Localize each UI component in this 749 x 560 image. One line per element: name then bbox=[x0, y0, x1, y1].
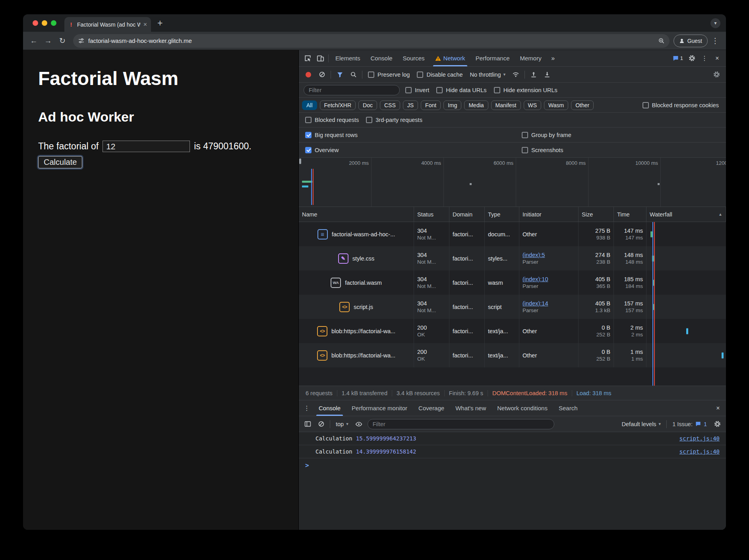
drawer-tab[interactable]: Coverage bbox=[413, 400, 450, 416]
context-selector[interactable]: top▾ bbox=[336, 421, 348, 427]
resource-filter-chip[interactable]: All bbox=[302, 100, 317, 110]
devtools-tab[interactable]: Performance bbox=[470, 50, 515, 66]
column-header[interactable]: Type bbox=[485, 207, 519, 222]
resource-filter-chip[interactable]: Fetch/XHR bbox=[320, 100, 356, 110]
source-link[interactable]: script.js:40 bbox=[679, 435, 720, 442]
table-row[interactable]: blob:https://factorial-wa... 200OK facto… bbox=[299, 343, 726, 367]
devtools-tab[interactable]: Sources bbox=[398, 50, 430, 66]
console-empty-area[interactable] bbox=[299, 472, 726, 530]
zoom-icon[interactable] bbox=[658, 37, 665, 44]
live-expression-eye-icon[interactable] bbox=[352, 418, 365, 431]
resource-filter-chip[interactable]: Wasm bbox=[544, 100, 568, 110]
resource-filter-chip[interactable]: Font bbox=[421, 100, 441, 110]
resource-filter-chip[interactable]: JS bbox=[403, 100, 418, 110]
log-levels-dropdown[interactable]: Default levels▾ bbox=[622, 421, 661, 427]
minimize-window-button[interactable] bbox=[42, 20, 47, 26]
issues-counter[interactable]: 1 Issue: 1 bbox=[672, 421, 707, 427]
table-row[interactable]: style.css 304Not M... factori... styles.… bbox=[299, 246, 726, 270]
resource-filter-chip[interactable]: CSS bbox=[380, 100, 400, 110]
issues-button[interactable]: 1 bbox=[670, 52, 685, 65]
export-har-icon[interactable] bbox=[541, 68, 554, 81]
console-prompt[interactable]: > bbox=[299, 458, 726, 472]
resource-filter-chip[interactable]: Doc bbox=[358, 100, 377, 110]
devtools-tab[interactable]: Console bbox=[366, 50, 398, 66]
devtools-close-icon[interactable]: × bbox=[711, 52, 724, 65]
network-overview-timeline[interactable]: 2000 ms4000 ms6000 ms8000 ms10000 ms1200… bbox=[299, 158, 726, 207]
initiator-link[interactable]: (index):14 bbox=[523, 300, 575, 307]
initiator-link[interactable]: (index):5 bbox=[523, 252, 575, 258]
fullscreen-window-button[interactable] bbox=[51, 20, 56, 26]
column-header[interactable]: Name bbox=[299, 207, 414, 222]
devtools-tab[interactable]: Elements bbox=[330, 50, 366, 66]
drawer-close-icon[interactable]: × bbox=[712, 402, 724, 415]
column-header[interactable]: Time bbox=[614, 207, 646, 222]
table-row[interactable]: factorial-wasm-ad-hoc-... 304Not M... fa… bbox=[299, 222, 726, 246]
drawer-tab[interactable]: Console bbox=[313, 400, 346, 416]
drawer-tab[interactable]: Performance monitor bbox=[346, 400, 413, 416]
console-sidebar-icon[interactable] bbox=[301, 418, 314, 431]
preserve-log-checkbox[interactable]: Preserve log bbox=[368, 71, 410, 78]
network-settings-icon[interactable] bbox=[710, 68, 723, 81]
tab-close-icon[interactable]: × bbox=[143, 21, 147, 28]
initiator-link[interactable]: Other bbox=[523, 231, 575, 238]
console-message[interactable]: Calculation 14.399999976158142 script.js… bbox=[299, 445, 726, 458]
back-button[interactable]: ← bbox=[27, 34, 41, 48]
console-message[interactable]: Calculation 15.599999964237213 script.js… bbox=[299, 432, 726, 445]
record-network-log-button[interactable] bbox=[302, 68, 315, 81]
forward-button[interactable]: → bbox=[41, 34, 55, 48]
table-row[interactable]: blob:https://factorial-wa... 200OK facto… bbox=[299, 319, 726, 343]
factorial-input[interactable] bbox=[103, 141, 190, 152]
source-link[interactable]: script.js:40 bbox=[679, 448, 720, 455]
calculate-button[interactable]: Calculate bbox=[38, 156, 82, 168]
initiator-link[interactable]: (index):10 bbox=[523, 276, 575, 282]
group-by-frame-checkbox[interactable]: Group by frame bbox=[522, 132, 571, 138]
hide-data-urls-checkbox[interactable]: Hide data URLs bbox=[436, 87, 486, 93]
blocked-response-cookies-checkbox[interactable]: Blocked response cookies bbox=[643, 102, 719, 108]
resource-filter-chip[interactable]: Other bbox=[571, 100, 594, 110]
new-tab-button[interactable]: + bbox=[151, 18, 169, 29]
inspect-element-icon[interactable] bbox=[301, 52, 314, 65]
table-row[interactable]: factorial.wasm 304Not M... factori... wa… bbox=[299, 270, 726, 295]
initiator-link[interactable]: Other bbox=[523, 328, 575, 334]
column-header[interactable]: Domain bbox=[449, 207, 485, 222]
device-toolbar-icon[interactable] bbox=[314, 52, 327, 65]
filter-toggle-icon[interactable] bbox=[333, 68, 346, 81]
drawer-menu-icon[interactable]: ⋮ bbox=[300, 402, 313, 415]
column-header[interactable]: Initiator bbox=[519, 207, 579, 222]
column-header[interactable]: Waterfall ▲ bbox=[646, 207, 726, 222]
resource-filter-chip[interactable]: Media bbox=[464, 100, 488, 110]
profile-button[interactable]: Guest bbox=[674, 35, 708, 47]
devtools-menu-icon[interactable]: ⋮ bbox=[698, 52, 711, 65]
drawer-tab[interactable]: Search bbox=[553, 400, 583, 416]
resource-filter-chip[interactable]: WS bbox=[524, 100, 542, 110]
clear-console-icon[interactable] bbox=[315, 418, 327, 431]
search-icon[interactable] bbox=[347, 68, 360, 81]
reload-button[interactable]: ↻ bbox=[56, 34, 69, 48]
initiator-link[interactable]: Other bbox=[523, 352, 575, 359]
devtools-settings-icon[interactable] bbox=[685, 52, 698, 65]
third-party-requests-checkbox[interactable]: 3rd-party requests bbox=[366, 117, 422, 123]
tab-search-button[interactable]: ▾ bbox=[710, 18, 720, 28]
close-window-button[interactable] bbox=[33, 20, 38, 26]
table-row[interactable]: script.js 304Not M... factori... script … bbox=[299, 295, 726, 319]
browser-tab[interactable]: ! Factorial Wasm (ad hoc Work × bbox=[64, 17, 151, 32]
import-har-icon[interactable] bbox=[527, 68, 540, 81]
network-filter-input[interactable] bbox=[304, 85, 400, 95]
overview-drag-handle[interactable] bbox=[299, 158, 301, 164]
big-request-rows-checkbox[interactable]: Big request rows bbox=[305, 132, 358, 138]
column-header[interactable]: Status bbox=[414, 207, 449, 222]
resource-filter-chip[interactable]: Manifest bbox=[491, 100, 521, 110]
invert-checkbox[interactable]: Invert bbox=[405, 87, 429, 93]
disable-cache-checkbox[interactable]: Disable cache bbox=[417, 71, 463, 78]
more-tabs-button[interactable]: » bbox=[547, 52, 559, 65]
console-filter-input[interactable] bbox=[368, 419, 554, 429]
devtools-tab[interactable]: Memory bbox=[515, 50, 547, 66]
devtools-tab[interactable]: Network bbox=[430, 50, 470, 66]
browser-menu-button[interactable]: ⋮ bbox=[708, 34, 722, 48]
network-conditions-icon[interactable] bbox=[509, 68, 522, 81]
site-settings-icon[interactable] bbox=[78, 37, 85, 44]
blocked-requests-checkbox[interactable]: Blocked requests bbox=[305, 117, 359, 123]
overview-checkbox[interactable]: Overview bbox=[305, 147, 339, 153]
throttling-dropdown[interactable]: No throttling▾ bbox=[470, 71, 505, 78]
column-header[interactable]: Size bbox=[579, 207, 614, 222]
